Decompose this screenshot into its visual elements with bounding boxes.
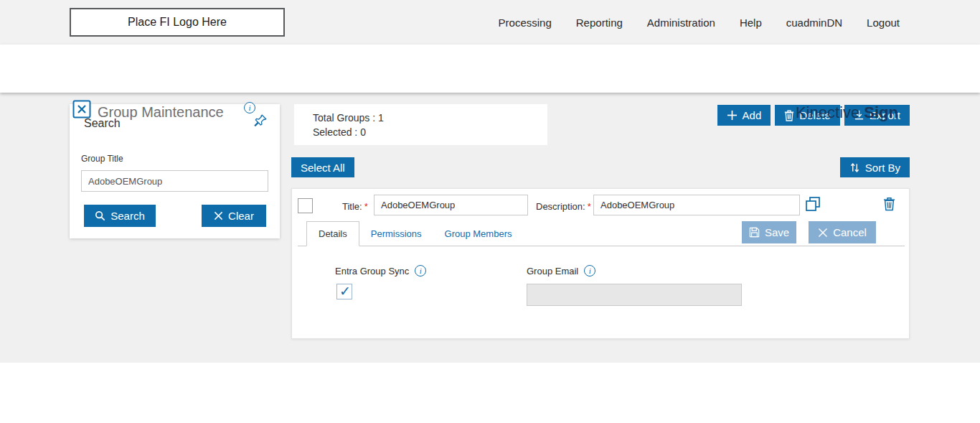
- cancel-x-icon: [818, 228, 828, 238]
- fi-logo-text: Place FI Logo Here: [128, 16, 227, 29]
- cancel-button[interactable]: Cancel: [809, 221, 876, 243]
- entra-group-sync-row: Entra Group Sync: [335, 265, 426, 276]
- select-all-label: Select All: [301, 162, 345, 174]
- groups-summary: Total Groups : 1 Selected : 0: [294, 104, 547, 145]
- add-button-label: Add: [743, 109, 762, 121]
- group-maintenance-icon: [72, 100, 91, 118]
- nav-reporting[interactable]: Reporting: [576, 17, 623, 29]
- total-groups-count: Total Groups : 1: [313, 111, 529, 125]
- page-title-info-icon[interactable]: [244, 102, 255, 113]
- entra-group-sync-label: Entra Group Sync: [335, 266, 409, 276]
- row-delete-icon[interactable]: [883, 197, 895, 211]
- nav-user-cuadmindn[interactable]: cuadminDN: [786, 17, 842, 29]
- pin-icon[interactable]: [253, 113, 268, 129]
- group-title-label: Group Title: [81, 154, 123, 164]
- group-editor-tabs: Details Permissions Group Members Save: [298, 220, 905, 246]
- entra-group-sync-info-icon[interactable]: [415, 265, 426, 276]
- sort-arrows-icon: [849, 162, 860, 173]
- clear-button[interactable]: Clear: [202, 205, 266, 227]
- trash-icon: [784, 110, 794, 121]
- nav-logout[interactable]: Logout: [867, 17, 900, 29]
- brand-product: Sign: [864, 103, 898, 121]
- group-title-search-input[interactable]: [81, 170, 268, 192]
- fi-logo-placeholder: Place FI Logo Here: [70, 8, 285, 37]
- brand-name: Kinective: [796, 103, 859, 121]
- plus-icon: [727, 110, 738, 121]
- group-row-checkbox[interactable]: [298, 198, 313, 213]
- nav-administration[interactable]: Administration: [647, 17, 715, 29]
- selected-count: Selected : 0: [313, 125, 529, 139]
- top-navigation: Processing Reporting Administration Help…: [499, 0, 900, 45]
- group-email-label: Group Email: [527, 266, 578, 276]
- title-required-marker: *: [364, 201, 368, 212]
- tab-group-members[interactable]: Group Members: [433, 222, 524, 246]
- nav-help[interactable]: Help: [740, 17, 762, 29]
- top-bar: Place FI Logo Here Processing Reporting …: [0, 0, 980, 45]
- search-panel: Search Group Title Search: [70, 104, 280, 238]
- screen: Place FI Logo Here Processing Reporting …: [0, 0, 980, 423]
- description-required-marker: *: [588, 201, 591, 212]
- group-email-info-icon[interactable]: [584, 265, 595, 276]
- save-button-label: Save: [765, 226, 789, 238]
- save-floppy-icon: [749, 227, 760, 238]
- group-row-editor: Title:* Description:* Details Permission…: [291, 188, 910, 339]
- save-button[interactable]: Save: [742, 221, 796, 243]
- tab-details[interactable]: Details: [306, 221, 359, 246]
- cancel-button-label: Cancel: [833, 226, 867, 238]
- title-input[interactable]: [374, 195, 528, 215]
- sort-by-button[interactable]: Sort By: [840, 157, 910, 177]
- clear-x-icon: [214, 211, 223, 220]
- page-header: Group Maintenance Kinective Sign: [0, 45, 980, 93]
- nav-processing[interactable]: Processing: [499, 17, 552, 29]
- search-button-label: Search: [110, 210, 145, 222]
- search-icon: [95, 210, 105, 221]
- title-field-label: Title:*: [342, 201, 368, 212]
- entra-group-sync-checkbox[interactable]: [336, 284, 352, 299]
- brand-logo: Kinective Sign: [796, 103, 898, 122]
- select-all-button[interactable]: Select All: [291, 157, 354, 177]
- description-input[interactable]: [593, 195, 800, 215]
- add-button[interactable]: Add: [717, 105, 771, 126]
- description-field-label: Description:*: [536, 201, 591, 212]
- tab-permissions[interactable]: Permissions: [359, 222, 433, 246]
- title-label-text: Title:: [342, 201, 362, 212]
- group-email-input[interactable]: [527, 284, 742, 306]
- search-button[interactable]: Search: [84, 205, 156, 227]
- page-title: Group Maintenance: [98, 104, 224, 121]
- details-tab-pane: Entra Group Sync Group Email: [292, 246, 910, 340]
- group-email-row: Group Email: [527, 265, 595, 276]
- description-label-text: Description:: [536, 201, 585, 212]
- clear-button-label: Clear: [228, 210, 254, 222]
- sort-by-label: Sort By: [865, 162, 900, 174]
- copy-group-icon[interactable]: [804, 195, 821, 213]
